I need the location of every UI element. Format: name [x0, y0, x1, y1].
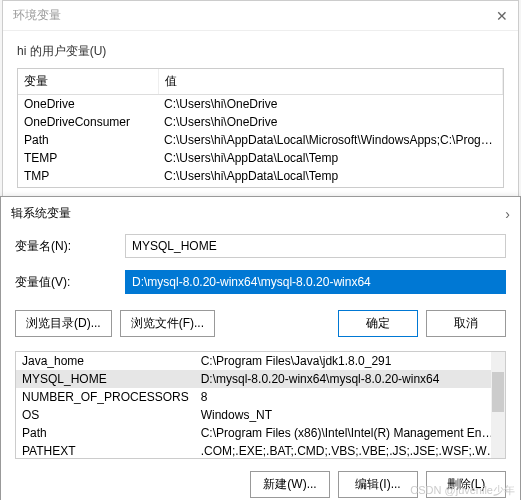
user-col-name[interactable]: 变量: [18, 69, 158, 95]
watermark: CSDN @juvenile少年: [410, 483, 515, 498]
sys-new-button[interactable]: 新建(W)...: [250, 471, 330, 498]
table-row[interactable]: NUMBER_OF_PROCESSORS8: [16, 388, 505, 406]
varname-input[interactable]: [125, 234, 506, 258]
user-col-value[interactable]: 值: [158, 69, 503, 95]
table-row[interactable]: OneDriveConsumerC:\Users\hi\OneDrive: [18, 113, 503, 131]
dialog-title: 环境变量: [13, 7, 61, 24]
browse-file-button[interactable]: 浏览文件(F)...: [120, 310, 215, 337]
user-vars-label: hi 的用户变量(U): [3, 31, 518, 64]
table-row[interactable]: PathC:\Users\hi\AppData\Local\Microsoft\…: [18, 131, 503, 149]
sys-edit-button[interactable]: 编辑(I)...: [338, 471, 418, 498]
titlebar: 环境变量 ✕: [3, 1, 518, 31]
scrollbar-thumb[interactable]: [492, 372, 504, 412]
table-row[interactable]: Java_homeC:\Program Files\Java\jdk1.8.0_…: [16, 352, 505, 370]
browse-dir-button[interactable]: 浏览目录(D)...: [15, 310, 112, 337]
edit-sysvar-dialog: 辑系统变量 › 变量名(N): 变量值(V): 浏览目录(D)... 浏览文件(…: [0, 196, 521, 500]
table-row[interactable]: OSWindows_NT: [16, 406, 505, 424]
table-row-selected[interactable]: MYSQL_HOMED:\mysql-8.0.20-winx64\mysql-8…: [16, 370, 505, 388]
varvalue-input[interactable]: [125, 270, 506, 294]
varname-label: 变量名(N):: [15, 238, 125, 255]
sys-vars-table[interactable]: Java_homeC:\Program Files\Java\jdk1.8.0_…: [15, 351, 506, 459]
table-row[interactable]: TMPC:\Users\hi\AppData\Local\Temp: [18, 167, 503, 185]
edit-cancel-button[interactable]: 取消: [426, 310, 506, 337]
edit-title: 辑系统变量 ›: [1, 197, 520, 228]
table-row[interactable]: OneDriveC:\Users\hi\OneDrive: [18, 95, 503, 114]
varvalue-label: 变量值(V):: [15, 274, 125, 291]
user-vars-table[interactable]: 变量 值 OneDriveC:\Users\hi\OneDrive OneDri…: [17, 68, 504, 188]
close-icon[interactable]: ✕: [496, 8, 508, 24]
chevron-right-icon[interactable]: ›: [505, 206, 510, 222]
table-row[interactable]: TEMPC:\Users\hi\AppData\Local\Temp: [18, 149, 503, 167]
table-row[interactable]: PATHEXT.COM;.EXE;.BAT;.CMD;.VBS;.VBE;.JS…: [16, 442, 505, 459]
edit-ok-button[interactable]: 确定: [338, 310, 418, 337]
table-row[interactable]: PathC:\Program Files (x86)\Intel\Intel(R…: [16, 424, 505, 442]
